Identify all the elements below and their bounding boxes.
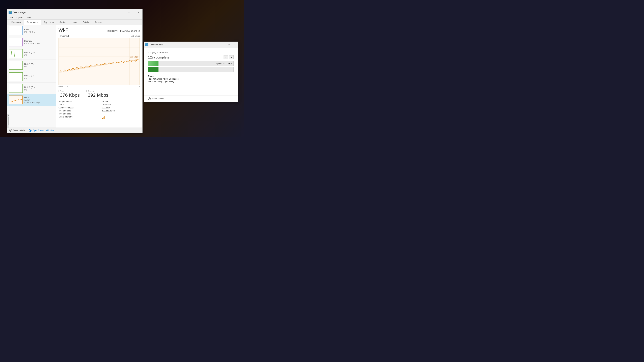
disk1-usage: 0%	[24, 66, 34, 68]
tab-details[interactable]: Details	[80, 19, 92, 25]
svg-point-21	[30, 130, 31, 131]
open-resource-monitor-label: Open Resource Monitor	[32, 129, 54, 132]
disk2-usage: 0%	[24, 77, 34, 79]
send-label: Send	[58, 90, 80, 92]
receive-stat: Receive 392 Mbps	[86, 90, 108, 98]
disk0-usage: 6%	[24, 54, 34, 56]
adapter-name-label: Adapter name:	[58, 100, 98, 103]
progress-bar-bottom	[148, 67, 234, 72]
task-manager-window: Task Manager — □ ✕ File Options View Pro…	[7, 9, 142, 133]
fewer-details-button[interactable]: Fewer details	[9, 129, 25, 132]
memory-info: Memory 5.9/15.9 GB (37%)	[24, 40, 40, 44]
disk0-thumbnail	[9, 49, 23, 58]
svg-rect-17	[104, 116, 104, 119]
open-resource-monitor-button[interactable]: Open Resource Monitor	[29, 129, 54, 132]
dialog-minimize-button[interactable]: —	[222, 43, 226, 47]
disk3-label: Disk 3 (C:)	[24, 86, 34, 88]
disk0-label: Disk 0 (D:)	[24, 51, 34, 54]
tab-services[interactable]: Services	[92, 19, 105, 25]
tab-startup[interactable]: Startup	[57, 19, 69, 25]
progress-fill-top	[148, 61, 158, 66]
menu-options[interactable]: Options	[15, 16, 25, 19]
dialog-controls: — □ ✕	[222, 43, 236, 47]
dialog-close-button[interactable]: ✕	[232, 43, 236, 47]
disk3-usage: 0%	[24, 89, 34, 91]
dialog-maximize-button[interactable]: □	[226, 43, 231, 47]
file-copy-dialog: 12% complete — □ ✕ Copying 1 item from 1…	[144, 41, 238, 102]
signal-strength-label: Signal strength:	[58, 116, 98, 119]
disk1-label: Disk 1 (E:)	[24, 63, 34, 65]
send-stat: Send 376 Kbps	[58, 90, 80, 98]
dialog-title: 12% complete	[150, 43, 222, 46]
minimize-button[interactable]: —	[126, 10, 131, 14]
sidebar-item-disk3[interactable]: Disk 3 (C:) 0%	[7, 83, 56, 94]
dialog-fewer-details-button[interactable]: Fewer details	[148, 97, 164, 100]
tab-users[interactable]: Users	[69, 19, 80, 25]
menu-file[interactable]: File	[8, 16, 14, 19]
svg-rect-15	[102, 118, 103, 119]
ipv4-label: IPv4 address:	[58, 110, 98, 112]
svg-rect-18	[104, 116, 105, 119]
ipv4-value: 192.168.68.55	[102, 110, 140, 112]
sidebar-scrollbar[interactable]: ▲ ▼	[7, 114, 9, 128]
disk2-thumbnail	[9, 72, 23, 81]
sidebar-item-memory[interactable]: Memory 5.9/15.9 GB (37%)	[7, 36, 56, 48]
name-section: Name: Time remaining: About 14 minutes I…	[148, 74, 234, 83]
ssid-label: SSID:	[58, 104, 98, 106]
receive-value: 392 Mbps	[86, 92, 108, 98]
sidebar-scroll[interactable]: CPU 9% 4.42 GHz Memory 5.9/15.9 GB (	[7, 25, 56, 114]
disk2-info: Disk 2 (F:) 0%	[24, 74, 34, 79]
cpu-usage: 9% 4.42 GHz	[24, 31, 35, 33]
graph-200mbps-label: 200 Mbps	[130, 56, 138, 66]
sidebar-item-disk0[interactable]: Disk 0 (D:) 6%	[7, 48, 56, 59]
tab-processes[interactable]: Processes	[8, 19, 24, 25]
progress-container: Speed: 47.0 MB/s	[148, 61, 234, 72]
memory-thumbnail	[9, 38, 23, 46]
sidebar-item-disk1[interactable]: Disk 1 (E:) 0%	[7, 59, 56, 71]
tab-bar: Processes Performance App history Startu…	[7, 19, 142, 25]
receive-label: Receive	[86, 90, 108, 92]
cancel-copy-button[interactable]: ✕	[229, 55, 234, 59]
send-value: 376 Kbps	[58, 92, 80, 98]
sidebar-item-wifi[interactable]: Wi-Fi Wi-Fi 5 S: 0.4 R: 392 Mbps	[7, 94, 56, 106]
disk0-info: Disk 0 (D:) 6%	[24, 51, 34, 56]
items-remaining-row: Items remaining: 1 (34.2 GB)	[148, 80, 234, 83]
speed-label: Speed: 47.0 MB/s	[216, 62, 232, 65]
throughput-header: Throughput 500 Mbps	[58, 35, 140, 37]
copy-controls: ⏸ ✕	[224, 55, 234, 59]
maximize-button[interactable]: □	[131, 10, 136, 14]
sidebar-item-disk2[interactable]: Disk 2 (F:) 0%	[7, 71, 56, 83]
dialog-icon	[146, 43, 148, 46]
dialog-fewer-details-icon	[148, 97, 151, 100]
svg-rect-0	[9, 11, 10, 12]
menu-view[interactable]: View	[26, 16, 32, 19]
adapter-info: Adapter name: Wi-Fi 5 SSID: Deco X60 Con…	[58, 100, 140, 119]
wifi-thumbnail	[9, 95, 23, 104]
disk2-label: Disk 2 (F:)	[24, 74, 34, 77]
signal-strength-icon	[102, 116, 140, 119]
throughput-label: Throughput	[58, 35, 69, 37]
sidebar-item-cpu[interactable]: CPU 9% 4.42 GHz	[7, 25, 56, 36]
ipv6-value	[102, 113, 140, 115]
dialog-titlebar: 12% complete — □ ✕	[144, 42, 238, 48]
close-button[interactable]: ✕	[136, 10, 141, 14]
graph-footer: 60 seconds 0	[58, 85, 140, 87]
tab-performance[interactable]: Performance	[24, 19, 41, 25]
svg-rect-16	[103, 117, 104, 119]
titlebar: Task Manager — □ ✕	[7, 9, 142, 15]
svg-rect-1	[10, 11, 11, 12]
tab-app-history[interactable]: App history	[41, 19, 57, 25]
cpu-info: CPU 9% 4.42 GHz	[24, 28, 35, 33]
scrollbar-down-button[interactable]: ▼	[8, 125, 9, 128]
zero-label: 0	[139, 85, 140, 87]
progress-bar-top: Speed: 47.0 MB/s	[148, 61, 234, 66]
disk3-thumbnail	[9, 84, 23, 93]
window-controls: — □ ✕	[126, 10, 141, 14]
window-title: Task Manager	[12, 11, 126, 13]
pause-button[interactable]: ⏸	[224, 55, 228, 59]
wifi-label: Wi-Fi	[24, 96, 40, 99]
time-remaining-row: Time remaining: About 14 minutes	[148, 78, 234, 80]
svg-rect-3	[10, 12, 11, 13]
scrollbar-up-button[interactable]: ▲	[8, 114, 9, 117]
wifi-sub2: S: 0.4 R: 392 Mbps	[24, 102, 40, 104]
